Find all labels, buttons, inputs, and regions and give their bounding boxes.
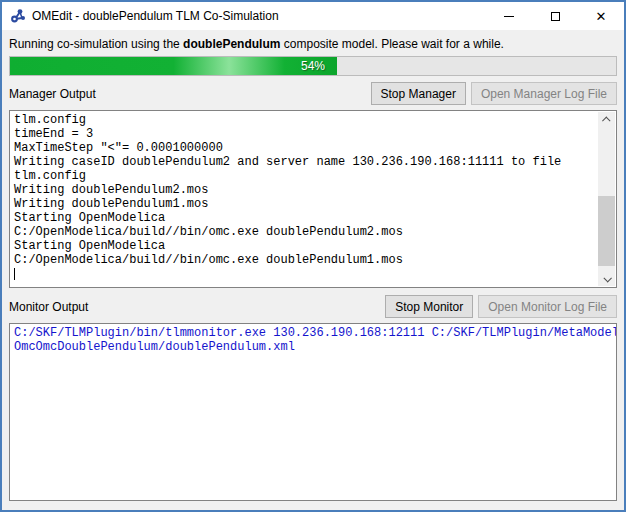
scrollbar-thumb[interactable] <box>598 196 615 266</box>
monitor-output-textarea[interactable]: C:/SKF/TLMPlugin/bin/tlmmonitor.exe 130.… <box>9 323 617 501</box>
progress-percentage: 54% <box>10 57 616 75</box>
log-line: Writing doublePendulum1.mos <box>14 197 590 211</box>
log-line: C:/OpenModelica/build//bin/omc.exe doubl… <box>14 253 590 267</box>
manager-log-lines: tlm.configtimeEnd = 3MaxTimeStep "<"= 0.… <box>14 113 612 267</box>
log-line: tlm.config <box>14 169 590 183</box>
log-line: timeEnd = 3 <box>14 127 590 141</box>
scroll-down-arrow-icon[interactable] <box>598 271 615 286</box>
monitor-output-label: Monitor Output <box>9 300 380 314</box>
log-line: Starting OpenModelica <box>14 239 590 253</box>
log-line: C:/OpenModelica/build//bin/omc.exe doubl… <box>14 225 590 239</box>
open-monitor-log-button: Open Monitor Log File <box>478 295 617 318</box>
text-cursor <box>14 268 15 280</box>
manager-header-row: Manager Output Stop Manager Open Manager… <box>9 82 617 105</box>
stop-monitor-button[interactable]: Stop Monitor <box>385 295 473 318</box>
log-line: tlm.config <box>14 113 590 127</box>
window-title: OMEdit - doublePendulum TLM Co-Simulatio… <box>32 9 279 23</box>
maximize-icon <box>551 12 560 21</box>
log-line: MaxTimeStep "<"= 0.0001000000 <box>14 141 590 155</box>
openmodelica-logo-icon <box>10 8 26 24</box>
manager-output-textarea[interactable]: tlm.configtimeEnd = 3MaxTimeStep "<"= 0.… <box>9 110 617 288</box>
manager-output-label: Manager Output <box>9 87 366 101</box>
monitor-header-row: Monitor Output Stop Monitor Open Monitor… <box>9 295 617 318</box>
manager-scrollbar[interactable] <box>598 112 615 286</box>
dialog-body: Running co-simulation using the doublePe… <box>2 37 624 501</box>
log-line: Writing doublePendulum2.mos <box>14 183 590 197</box>
log-line: Starting OpenModelica <box>14 211 590 225</box>
log-line: OmcOmcDoublePendulum/doublePendulum.xml <box>14 340 612 354</box>
open-manager-log-button: Open Manager Log File <box>471 82 617 105</box>
close-icon: ✕ <box>596 10 607 23</box>
log-line: Writing caseID doublePendulum2 and serve… <box>14 155 590 169</box>
status-suffix: composite model. Please wait for a while… <box>280 37 503 51</box>
minimize-icon <box>504 16 514 17</box>
status-prefix: Running co-simulation using the <box>9 37 183 51</box>
progress-bar: 54% <box>9 56 617 76</box>
status-message: Running co-simulation using the doublePe… <box>9 37 617 51</box>
scroll-up-arrow-icon[interactable] <box>598 112 615 127</box>
log-line: C:/SKF/TLMPlugin/bin/tlmmonitor.exe 130.… <box>14 326 612 340</box>
stop-manager-button[interactable]: Stop Manager <box>371 82 466 105</box>
titlebar: OMEdit - doublePendulum TLM Co-Simulatio… <box>2 2 624 30</box>
window-controls: ✕ <box>486 2 624 30</box>
maximize-button[interactable] <box>532 2 578 30</box>
close-button[interactable]: ✕ <box>578 2 624 30</box>
minimize-button[interactable] <box>486 2 532 30</box>
cursor-line <box>14 267 612 281</box>
cosimulation-dialog: OMEdit - doublePendulum TLM Co-Simulatio… <box>0 0 626 512</box>
monitor-log-lines: C:/SKF/TLMPlugin/bin/tlmmonitor.exe 130.… <box>14 326 612 354</box>
status-model-name: doublePendulum <box>183 37 280 51</box>
